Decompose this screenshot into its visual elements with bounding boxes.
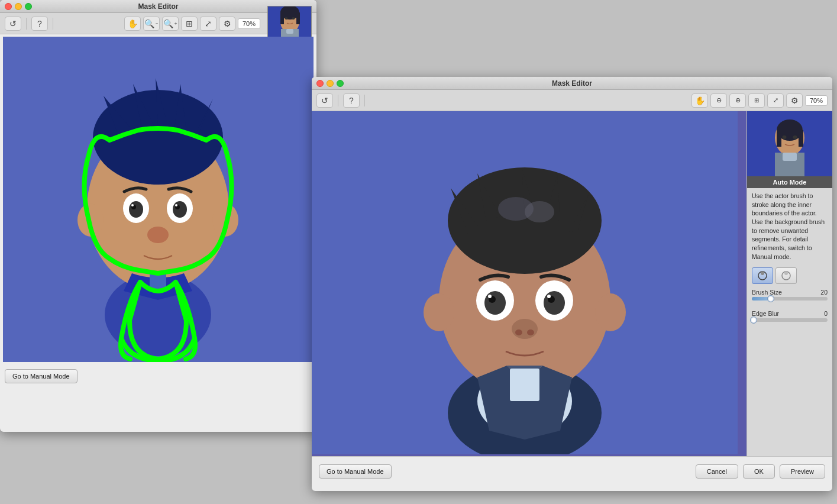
thumbnail-portrait-1 [268, 7, 312, 41]
settings-2[interactable]: ⚙ [786, 93, 803, 108]
svg-point-72 [784, 272, 788, 275]
edge-blur-thumb[interactable] [750, 316, 757, 324]
brush-buttons [747, 265, 832, 286]
title-2: Mask Editor [552, 79, 592, 88]
edge-blur-label: Edge Blur [752, 310, 779, 317]
max-btn-2[interactable] [337, 80, 344, 87]
zoom-display-2: 70% [805, 95, 828, 106]
edge-blur-value: 0 [824, 310, 828, 317]
traffic-lights-1 [5, 3, 32, 10]
zoom-out-1[interactable]: 🔍－ [143, 17, 160, 31]
actor-brush-btn[interactable] [752, 267, 773, 284]
svg-point-65 [783, 135, 787, 139]
brush-size-section: Brush Size 20 [747, 286, 832, 308]
hand-tool-1[interactable]: ✋ [124, 17, 141, 31]
main-area-2: Auto Mode Use the actor brush to stroke … [312, 111, 832, 456]
ok-btn[interactable]: OK [743, 464, 775, 479]
zoom-fit-2[interactable]: ⊞ [748, 93, 765, 108]
panel-thumbnail [747, 111, 832, 176]
svg-point-46 [424, 293, 454, 331]
zoom-in-1[interactable]: 🔍＋ [162, 17, 179, 31]
character-canvas-2 [312, 111, 738, 454]
close-btn-2[interactable] [316, 80, 324, 87]
zoom-out-2[interactable]: ⊖ [710, 93, 727, 108]
auto-mode-description: Use the actor brush to stroke along the … [747, 188, 832, 265]
help-btn-2[interactable]: ? [343, 93, 360, 108]
window-2: Mask Editor ↺ ? ✋ ⊖ ⊕ ⊞ ⤢ ⚙ 70% [312, 77, 832, 491]
sep-1a [26, 18, 27, 30]
canvas-2[interactable] [312, 111, 746, 456]
svg-rect-63 [777, 130, 781, 147]
svg-point-7 [292, 17, 295, 20]
svg-point-25 [173, 201, 187, 218]
svg-point-55 [547, 295, 551, 298]
settings-1[interactable]: ⚙ [219, 17, 235, 31]
titlebar-2: Mask Editor [312, 77, 832, 90]
bottom-bar-2: Go to Manual Mode Cancel OK Preview [312, 456, 832, 486]
svg-point-24 [129, 201, 143, 218]
svg-point-66 [793, 135, 797, 139]
brush-size-thumb[interactable] [767, 295, 774, 302]
svg-rect-5 [296, 12, 300, 24]
close-btn-1[interactable] [5, 3, 12, 10]
sep-2a [338, 95, 338, 106]
auto-mode-label: Auto Mode [747, 176, 832, 188]
fit-window-2[interactable]: ⤢ [767, 93, 784, 108]
svg-point-70 [761, 272, 764, 275]
min-btn-1[interactable] [15, 3, 22, 10]
go-to-manual-mode-btn-1[interactable]: Go to Manual Mode [5, 369, 77, 383]
go-to-manual-mode-btn-2[interactable]: Go to Manual Mode [319, 464, 392, 479]
sep-1b [53, 18, 53, 30]
min-btn-2[interactable] [327, 80, 334, 87]
right-panel: Auto Mode Use the actor brush to stroke … [746, 111, 832, 456]
svg-point-28 [131, 204, 134, 206]
svg-point-30 [147, 227, 169, 243]
canvas-1[interactable] [3, 37, 314, 362]
svg-point-47 [595, 293, 626, 331]
bottom-bar-1: Go to Manual Mode [0, 364, 316, 388]
preview-btn[interactable]: Preview [780, 464, 825, 479]
svg-point-54 [488, 295, 492, 298]
zoom-fit-1[interactable]: ⊞ [181, 17, 198, 31]
toolbar-2: ↺ ? ✋ ⊖ ⊕ ⊞ ⤢ ⚙ 70% [312, 90, 832, 111]
svg-rect-59 [510, 369, 539, 401]
brush-size-value: 20 [820, 289, 828, 296]
svg-rect-68 [783, 153, 797, 161]
thumbnail-1 [267, 6, 312, 41]
cancel-btn[interactable]: Cancel [696, 464, 738, 479]
fit-window-1[interactable]: ⤢ [200, 17, 216, 31]
svg-point-45 [525, 201, 554, 222]
svg-rect-4 [280, 12, 284, 24]
toolbar-1: ↺ ? ✋ 🔍－ 🔍＋ ⊞ ⤢ ⚙ 70% [0, 13, 316, 34]
undo-btn-2[interactable]: ↺ [316, 93, 333, 108]
panel-portrait-svg [747, 111, 832, 176]
svg-point-29 [175, 204, 177, 206]
sep-2b [364, 95, 365, 106]
brush-size-label: Brush Size [752, 289, 782, 296]
svg-rect-9 [286, 29, 293, 34]
svg-point-50 [484, 291, 506, 315]
svg-point-51 [544, 291, 565, 315]
help-btn-1[interactable]: ? [31, 17, 48, 31]
svg-point-56 [512, 319, 538, 339]
zoom-in-2[interactable]: ⊕ [729, 93, 746, 108]
svg-point-6 [285, 17, 288, 20]
title-1: Mask Editor [138, 2, 178, 11]
traffic-lights-2 [316, 80, 344, 87]
edge-blur-section: Edge Blur 0 [747, 308, 832, 329]
background-brush-btn[interactable] [775, 267, 797, 284]
svg-point-58 [527, 329, 534, 335]
max-btn-1[interactable] [25, 3, 32, 10]
brush-size-track[interactable] [752, 297, 828, 301]
zoom-display-1: 70% [238, 18, 260, 29]
svg-point-57 [515, 329, 522, 335]
undo-btn-1[interactable]: ↺ [5, 17, 21, 31]
svg-rect-64 [799, 130, 803, 147]
window-1: Mask Editor ↺ ? ✋ 🔍－ 🔍＋ ⊞ ⤢ ⚙ 70% [0, 0, 316, 432]
edge-blur-track[interactable] [752, 318, 828, 322]
character-canvas-1 [3, 37, 314, 362]
hand-tool-2[interactable]: ✋ [691, 93, 708, 108]
